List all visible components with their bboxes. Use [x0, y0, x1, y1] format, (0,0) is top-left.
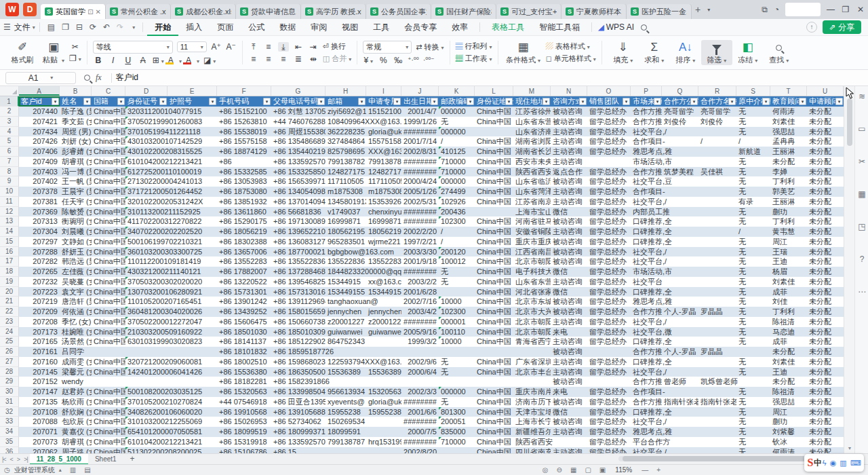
cell-F19[interactable]: +86 13220522	[217, 277, 271, 287]
cell-M9[interactable]: 山东省临沂	[513, 176, 551, 187]
column-header-Q[interactable]: Q	[662, 86, 698, 96]
cell-N2[interactable]: 被动咨询	[551, 107, 587, 117]
cell-T16[interactable]: 王瑞	[770, 247, 807, 257]
row-header-10[interactable]: 10	[0, 187, 19, 197]
cell-T29[interactable]: 未分配	[770, 377, 807, 387]
cell-N5[interactable]: 主动咨询	[551, 136, 587, 147]
cell-P35[interactable]: 平台合作方	[631, 437, 736, 447]
cell-Q3[interactable]: 刘俊伶	[662, 117, 698, 127]
find-button[interactable]: 查找▾	[764, 40, 795, 65]
cell-D5[interactable]: 430103200107142529	[125, 136, 217, 147]
cell-N24[interactable]: 来电	[551, 327, 587, 337]
cell-U33[interactable]: 未分配	[807, 417, 844, 427]
cell-J35[interactable]: ########	[401, 437, 439, 447]
cell-C12[interactable]: China中国	[92, 207, 125, 217]
cell-D24[interactable]: 210303200509160922	[125, 327, 217, 337]
cell-U6[interactable]: 未分配	[807, 147, 844, 157]
row-header-17[interactable]: 17	[0, 256, 19, 267]
cell-H24[interactable]: guiwanwei	[326, 327, 366, 337]
cell-G16[interactable]: +86 1877000215	[271, 247, 326, 257]
mic-icon[interactable]: ◉	[830, 459, 837, 468]
contact-icon[interactable]: ≋	[855, 86, 868, 119]
cell-F12[interactable]: +86 13611860	[217, 207, 271, 217]
cell-I12[interactable]: chenxinyur	[366, 207, 401, 217]
cell-T22[interactable]: 丁利利	[770, 307, 807, 317]
row-header-21[interactable]: 21	[0, 297, 19, 307]
cell-H22[interactable]: jennychen	[326, 307, 366, 317]
cell-T33[interactable]: 蒯玏	[770, 417, 807, 427]
filter-dropdown-button[interactable]: ▾	[431, 98, 438, 105]
cell-B14[interactable]: 刘晨曦 (女	[60, 227, 92, 237]
cell-U9[interactable]: 未分配	[807, 176, 844, 187]
cell-J16[interactable]: 2003/3/30	[401, 247, 439, 257]
cell-D21[interactable]: 110105200207165451	[125, 297, 217, 307]
column-header-P[interactable]: P	[631, 86, 662, 96]
cell-I2[interactable]: 151521001	[366, 107, 401, 117]
scroll-down-icon[interactable]: ▼	[844, 444, 855, 453]
cell-U22[interactable]: 未分配	[807, 307, 844, 317]
cell-S18[interactable]: 无	[736, 267, 770, 277]
cell-M28[interactable]: 北京市丰台	[513, 367, 551, 377]
cell-U12[interactable]: 未分配	[807, 207, 844, 217]
cell-L5[interactable]: China中国	[475, 136, 513, 147]
cell-M18[interactable]: 电子科技大	[513, 267, 551, 277]
cell-B29[interactable]: wendy	[60, 377, 217, 387]
cell-A6[interactable]: 207406	[19, 147, 60, 157]
cell-G27[interactable]: +86 1598680231	[271, 357, 326, 367]
header-cell-F1[interactable]: 手机号码▾	[217, 96, 271, 107]
cell-H20[interactable]: 153449155	[326, 287, 366, 297]
cell-J28[interactable]: 2000/6/4	[401, 367, 439, 377]
increase-decimal-button[interactable]: ⁺·⁰⁰	[408, 56, 419, 64]
font-color-button[interactable]: A▾	[186, 56, 199, 65]
cell-G5[interactable]: +86 1354866895	[271, 136, 326, 147]
cell-H25[interactable]: 864752343	[326, 337, 401, 347]
cell-B16[interactable]: 舒妍玉 (女	[60, 247, 92, 257]
cell-T24[interactable]: 马恋迪	[770, 327, 807, 337]
cell-U5[interactable]: 未分配	[807, 136, 844, 147]
strikethrough-button[interactable]: A	[138, 56, 149, 65]
cell-C24[interactable]: China中国	[92, 327, 125, 337]
cell-J4[interactable]: ########	[401, 127, 439, 137]
page-break-icon[interactable]: ▣	[595, 466, 610, 474]
cell-H21[interactable]: tanghaoxuan@	[326, 297, 401, 307]
cell-H12[interactable]: v1749037	[326, 207, 366, 217]
cell-O31[interactable]: 留学总经办	[587, 397, 631, 407]
cell-C23[interactable]: China中国	[92, 317, 125, 327]
cell-G28[interactable]: +86 1863505000	[271, 367, 326, 377]
cell-F36[interactable]: +86 15106786	[217, 447, 271, 454]
cell-K3[interactable]: 无	[439, 117, 475, 127]
cell-H32[interactable]: 15955238	[326, 407, 366, 417]
cell-A27[interactable]: 207160	[19, 357, 60, 367]
cell-U26[interactable]: 未分配	[807, 347, 844, 357]
cell-L21[interactable]: China中国	[475, 297, 513, 307]
cell-B26[interactable]: 吕同学	[60, 347, 217, 357]
cell-S27[interactable]: 无	[736, 357, 770, 367]
row-header-15[interactable]: 15	[0, 237, 19, 247]
cell-B15[interactable]: 文静如 (女	[60, 237, 92, 247]
cell-L10[interactable]: China中国	[475, 187, 513, 197]
cell-K19[interactable]: 无	[439, 277, 475, 287]
cell-T5[interactable]: 孟冉冉	[770, 136, 807, 147]
cell-I15[interactable]: wjrme221	[366, 237, 401, 247]
cell-A8[interactable]: 207403	[19, 167, 60, 177]
cell-D6[interactable]: 430102200208315525	[125, 147, 217, 157]
cell-K2[interactable]: 000000	[439, 107, 475, 117]
filter-dropdown-button[interactable]: ▾	[654, 98, 661, 105]
cell-I13[interactable]: 16999871	[366, 216, 401, 227]
align-left-button[interactable]: ≡	[248, 54, 259, 64]
filter-dropdown-button[interactable]: ▾	[542, 98, 550, 105]
cell-L20[interactable]: China中国	[475, 287, 513, 297]
cell-G21[interactable]: +86 1391129694	[271, 297, 326, 307]
cell-P11[interactable]: 社交平台,/	[631, 197, 736, 207]
cell-I19[interactable]: xx@163.c	[366, 277, 401, 287]
rows-columns-button[interactable]: ▤ 行和列▾	[456, 41, 492, 52]
cell-D31[interactable]: 370105200210270824	[125, 397, 217, 407]
tab-table-tools[interactable]: 表格工具	[484, 19, 532, 36]
cell-K8[interactable]: 710000	[439, 167, 475, 177]
cell-T26[interactable]: 未分配	[770, 347, 807, 357]
cell-O9[interactable]: 留学总经办	[587, 176, 631, 187]
menu-tab-工具[interactable]: 工具	[366, 19, 397, 36]
cell-M23[interactable]: 北京市朝阳	[513, 317, 551, 327]
cell-J9[interactable]: 2000/4/24	[401, 176, 439, 187]
sheet-nav-button[interactable]: >|	[22, 456, 30, 463]
